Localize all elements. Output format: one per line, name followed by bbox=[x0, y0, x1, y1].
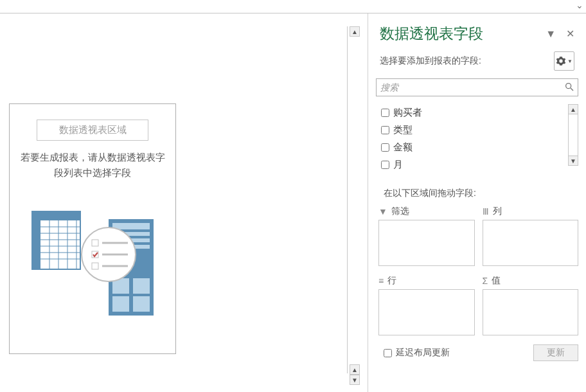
filter-icon: ▼ bbox=[378, 206, 387, 217]
field-label: 购买者 bbox=[393, 107, 422, 119]
field-checkbox[interactable] bbox=[381, 143, 389, 152]
close-icon[interactable]: ✕ bbox=[566, 28, 574, 40]
field-label: 月 bbox=[393, 159, 403, 171]
field-item[interactable]: 月 bbox=[376, 156, 578, 174]
columns-icon: Ⅲ bbox=[483, 206, 489, 217]
defer-layout-checkbox[interactable] bbox=[384, 349, 392, 357]
ribbon-collapse-bar: ⌄ bbox=[0, 0, 586, 13]
pivot-illustration bbox=[17, 206, 168, 316]
scroll-up-icon[interactable]: ▲ bbox=[350, 26, 360, 37]
vertical-scrollbar-top[interactable]: ▲ bbox=[350, 26, 360, 37]
area-rows: ≡行 bbox=[378, 275, 475, 335]
field-item[interactable]: 类型 bbox=[376, 121, 578, 139]
pivot-table-placeholder[interactable]: 数据透视表区域 若要生成报表，请从数据透视表字 段列表中选择字段 bbox=[9, 103, 176, 354]
tools-button[interactable]: ▼ bbox=[554, 51, 574, 71]
pivot-area-description: 若要生成报表，请从数据透视表字 段列表中选择字段 bbox=[17, 150, 168, 181]
svg-rect-21 bbox=[133, 296, 150, 312]
scroll-down-icon[interactable]: ▼ bbox=[350, 375, 360, 385]
update-button[interactable]: 更新 bbox=[533, 344, 578, 361]
filter-dropzone[interactable] bbox=[378, 220, 475, 266]
scroll-up-icon[interactable]: ▲ bbox=[568, 104, 578, 114]
field-label: 类型 bbox=[393, 124, 413, 136]
values-icon: Σ bbox=[483, 276, 488, 286]
chevron-down-icon: ▼ bbox=[567, 58, 573, 64]
svg-rect-14 bbox=[112, 223, 150, 229]
search-icon[interactable] bbox=[564, 82, 574, 94]
pivot-fields-taskpane: 数据透视表字段 ▼ ✕ 选择要添加到报表的字段: ▼ 购买者 类型 金额 月 bbox=[368, 13, 586, 392]
svg-rect-19 bbox=[133, 278, 150, 294]
taskpane-subtitle: 选择要添加到报表的字段: bbox=[380, 55, 481, 67]
svg-rect-20 bbox=[112, 296, 129, 312]
area-columns-label: 列 bbox=[493, 206, 502, 217]
area-values: Σ值 bbox=[483, 275, 579, 335]
svg-rect-23 bbox=[92, 240, 98, 246]
taskpane-title: 数据透视表字段 bbox=[380, 24, 483, 44]
scroll-down-icon[interactable]: ▼ bbox=[568, 156, 578, 166]
field-item[interactable]: 购买者 bbox=[376, 104, 578, 121]
field-label: 金额 bbox=[393, 141, 413, 154]
gear-icon bbox=[556, 56, 566, 66]
area-filter-label: 筛选 bbox=[391, 206, 409, 217]
field-list-scrollbar[interactable]: ▲ ▼ bbox=[568, 104, 578, 166]
area-rows-label: 行 bbox=[387, 275, 396, 287]
field-item[interactable]: 金额 bbox=[376, 139, 578, 156]
worksheet-area: 数据透视表区域 若要生成报表，请从数据透视表字 段列表中选择字段 bbox=[0, 13, 366, 392]
svg-rect-27 bbox=[92, 263, 98, 269]
svg-point-29 bbox=[566, 84, 571, 89]
rows-dropzone[interactable] bbox=[378, 289, 475, 335]
field-checkbox[interactable] bbox=[381, 161, 389, 169]
drag-hint: 在以下区域间拖动字段: bbox=[384, 188, 586, 199]
area-values-label: 值 bbox=[492, 275, 501, 287]
scrollbar-track[interactable] bbox=[568, 114, 578, 156]
rows-icon: ≡ bbox=[378, 276, 384, 286]
area-columns: Ⅲ列 bbox=[483, 206, 579, 266]
worksheet[interactable]: 数据透视表区域 若要生成报表，请从数据透视表字 段列表中选择字段 bbox=[0, 26, 348, 373]
taskpane-dropdown-icon[interactable]: ▼ bbox=[546, 28, 556, 40]
scroll-up-icon[interactable]: ▲ bbox=[350, 364, 360, 375]
defer-layout-label: 延迟布局更新 bbox=[396, 347, 450, 359]
pivot-area-title: 数据透视表区域 bbox=[37, 120, 148, 141]
field-list: 购买者 类型 金额 月 ▲ ▼ bbox=[376, 104, 578, 174]
values-dropzone[interactable] bbox=[483, 289, 579, 335]
field-checkbox[interactable] bbox=[381, 109, 389, 117]
area-filter: ▼筛选 bbox=[378, 206, 475, 266]
columns-dropzone[interactable] bbox=[483, 220, 579, 266]
svg-rect-2 bbox=[31, 211, 40, 269]
search-input[interactable] bbox=[376, 78, 578, 96]
field-checkbox[interactable] bbox=[381, 126, 389, 134]
svg-line-30 bbox=[571, 88, 573, 91]
ribbon-collapse-icon[interactable]: ⌄ bbox=[576, 0, 583, 10]
vertical-scrollbar-bottom[interactable]: ▲ ▼ bbox=[350, 364, 360, 385]
